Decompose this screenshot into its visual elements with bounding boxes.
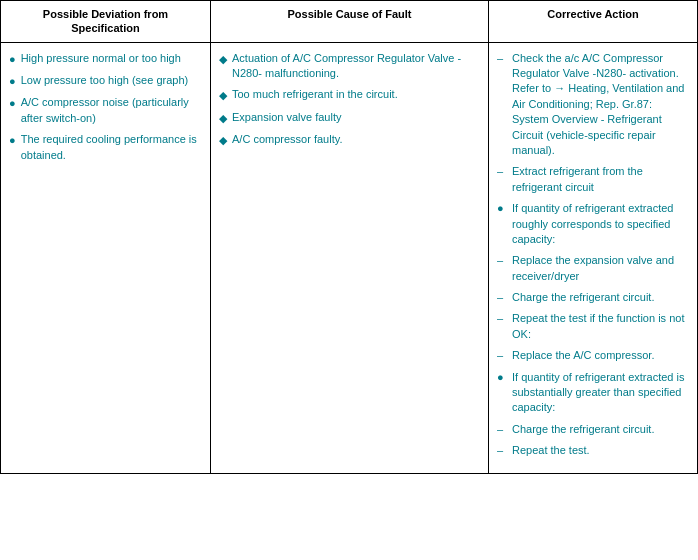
list-item: ◆ Actuation of A/C Compressor Regulator …	[219, 51, 480, 82]
col1-list: ● High pressure normal or too high ● Low…	[9, 51, 202, 163]
list-item: ◆ Expansion valve faulty	[219, 110, 480, 126]
list-item: ● Low pressure too high (see graph)	[9, 73, 202, 89]
bullet-icon: ●	[9, 52, 16, 67]
list-item: ● High pressure normal or too high	[9, 51, 202, 67]
list-item-text: If quantity of refrigerant extracted is …	[512, 370, 689, 416]
list-item-text: Check the a/c A/C Compressor Regulator V…	[512, 51, 689, 159]
main-table: Possible Deviation from Specification Po…	[0, 0, 698, 474]
list-item: ● If quantity of refrigerant extracted i…	[497, 370, 689, 416]
dash-icon: –	[497, 164, 507, 179]
list-item: ◆ Too much refrigerant in the circuit.	[219, 87, 480, 103]
list-item-text: A/C compressor faulty.	[232, 132, 480, 147]
diamond-icon: ◆	[219, 88, 227, 103]
dash-icon: –	[497, 311, 507, 326]
list-item-text: Repeat the test.	[512, 443, 689, 458]
col3-body: – Check the a/c A/C Compressor Regulator…	[489, 43, 697, 473]
dash-icon: –	[497, 51, 507, 66]
diamond-icon: ◆	[219, 52, 227, 67]
list-item-text: If quantity of refrigerant extracted rou…	[512, 201, 689, 247]
diamond-icon: ◆	[219, 133, 227, 148]
list-item-text: High pressure normal or too high	[21, 51, 202, 66]
list-item-text: Charge the refrigerant circuit.	[512, 290, 689, 305]
bullet-icon: ●	[497, 201, 507, 216]
list-item: – Repeat the test if the function is not…	[497, 311, 689, 342]
header-col3: Corrective Action	[489, 1, 697, 42]
list-item-text: Too much refrigerant in the circuit.	[232, 87, 480, 102]
list-item: ● If quantity of refrigerant extracted r…	[497, 201, 689, 247]
list-item: ◆ A/C compressor faulty.	[219, 132, 480, 148]
list-item: – Replace the A/C compressor.	[497, 348, 689, 363]
dash-icon: –	[497, 290, 507, 305]
dash-icon: –	[497, 348, 507, 363]
list-item: – Charge the refrigerant circuit.	[497, 422, 689, 437]
col3-list: – Check the a/c A/C Compressor Regulator…	[497, 51, 689, 459]
list-item-text: Expansion valve faulty	[232, 110, 480, 125]
list-item: – Check the a/c A/C Compressor Regulator…	[497, 51, 689, 159]
bullet-icon: ●	[9, 96, 16, 111]
bullet-icon: ●	[9, 133, 16, 148]
list-item-text: Actuation of A/C Compressor Regulator Va…	[232, 51, 480, 82]
list-item: – Extract refrigerant from the refrigera…	[497, 164, 689, 195]
header-col2: Possible Cause of Fault	[211, 1, 489, 42]
list-item: – Repeat the test.	[497, 443, 689, 458]
col2-list: ◆ Actuation of A/C Compressor Regulator …	[219, 51, 480, 149]
list-item-text: A/C compressor noise (particularly after…	[21, 95, 202, 126]
dash-icon: –	[497, 443, 507, 458]
list-item-text: Repeat the test if the function is not O…	[512, 311, 689, 342]
list-item-text: Charge the refrigerant circuit.	[512, 422, 689, 437]
list-item-text: Replace the A/C compressor.	[512, 348, 689, 363]
table-body-row: ● High pressure normal or too high ● Low…	[1, 43, 697, 473]
list-item: – Charge the refrigerant circuit.	[497, 290, 689, 305]
list-item: ● A/C compressor noise (particularly aft…	[9, 95, 202, 126]
diamond-icon: ◆	[219, 111, 227, 126]
list-item-text: Extract refrigerant from the refrigerant…	[512, 164, 689, 195]
dash-icon: –	[497, 422, 507, 437]
bullet-icon: ●	[497, 370, 507, 385]
col1-body: ● High pressure normal or too high ● Low…	[1, 43, 211, 473]
list-item-text: Replace the expansion valve and receiver…	[512, 253, 689, 284]
table-header: Possible Deviation from Specification Po…	[1, 1, 697, 43]
header-col1: Possible Deviation from Specification	[1, 1, 211, 42]
list-item: ● The required cooling performance is ob…	[9, 132, 202, 163]
dash-icon: –	[497, 253, 507, 268]
col2-body: ◆ Actuation of A/C Compressor Regulator …	[211, 43, 489, 473]
list-item: – Replace the expansion valve and receiv…	[497, 253, 689, 284]
list-item-text: Low pressure too high (see graph)	[21, 73, 202, 88]
bullet-icon: ●	[9, 74, 16, 89]
list-item-text: The required cooling performance is obta…	[21, 132, 202, 163]
